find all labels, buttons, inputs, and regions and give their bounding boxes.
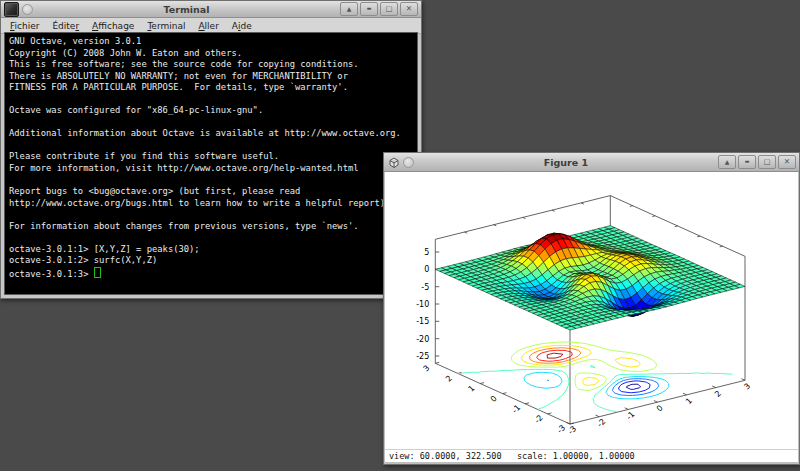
terminal-icon xyxy=(4,2,19,17)
figure-plot-canvas[interactable]: 50-5-10-15-20-253210-1-2-3-3-2-10123 xyxy=(385,172,798,450)
terminal-cursor xyxy=(94,267,101,278)
terminal-window-title: Terminal xyxy=(36,4,337,15)
svg-text:5: 5 xyxy=(424,248,429,257)
terminal-text-line: Octave was configured for "x86_64-pc-lin… xyxy=(9,105,417,117)
svg-text:0: 0 xyxy=(655,403,665,413)
svg-text:-1: -1 xyxy=(625,410,637,422)
terminal-text-line: This is free software; see the source co… xyxy=(9,59,417,71)
maximize-button[interactable]: ▢ xyxy=(380,2,398,16)
close-button[interactable]: ✕ xyxy=(778,155,796,169)
figure-window: Figure 1 ▲▬▢✕ 50-5-10-15-20-253210-1-2-3… xyxy=(383,152,800,465)
menu-aller[interactable]: Aller xyxy=(198,21,218,31)
svg-text:-10: -10 xyxy=(416,300,429,309)
window-menu-button[interactable] xyxy=(22,4,33,15)
maximize-button[interactable]: ▢ xyxy=(758,155,776,169)
menu-editer[interactable]: Éditer xyxy=(52,21,79,31)
terminal-text-line xyxy=(9,140,417,152)
minimize-button[interactable]: ▬ xyxy=(738,155,756,169)
terminal-text-line: GNU Octave, version 3.0.1 xyxy=(9,36,417,48)
svg-text:0: 0 xyxy=(424,265,429,274)
svg-text:2: 2 xyxy=(444,374,454,384)
menu-terminal[interactable]: Terminal xyxy=(147,21,185,31)
terminal-prompt-line: octave-3.0.1:1> [X,Y,Z] = peaks(30); xyxy=(9,244,417,256)
svg-text:-5: -5 xyxy=(421,283,429,292)
window-menu-button[interactable] xyxy=(403,157,414,168)
terminal-prompt-line: octave-3.0.1:3> xyxy=(9,267,417,279)
surface-mesh xyxy=(435,226,745,330)
terminal-text-line xyxy=(9,117,417,129)
terminal-text-line: Please contribute if you find this softw… xyxy=(9,151,417,163)
svg-text:-3: -3 xyxy=(555,423,567,435)
terminal-text-line: Report bugs to <bug@octave.org> (but fir… xyxy=(9,186,417,198)
svg-text:2: 2 xyxy=(713,389,723,399)
terminal-text-line: For more information, visit http://www.o… xyxy=(9,163,417,175)
figure-cube-icon xyxy=(387,156,400,169)
surfc-plot: 50-5-10-15-20-253210-1-2-3-3-2-10123 xyxy=(385,172,798,449)
terminal-text-line: For information about changes from previ… xyxy=(9,221,417,233)
terminal-titlebar[interactable]: Terminal ▲▬▢✕ xyxy=(1,1,421,18)
svg-text:-25: -25 xyxy=(416,352,429,361)
svg-text:0: 0 xyxy=(489,394,499,404)
svg-text:-2: -2 xyxy=(595,417,607,429)
terminal-text-line: http://www.octave.org/bugs.html to learn… xyxy=(9,198,417,210)
figure-statusbar: view: 60.0000, 322.500 scale: 1.00000, 1… xyxy=(385,450,798,462)
terminal-text-line xyxy=(9,175,417,187)
svg-text:1: 1 xyxy=(684,396,694,406)
terminal-text-line: Copyright (C) 2008 John W. Eaton and oth… xyxy=(9,48,417,60)
terminal-text-line: There is ABSOLUTELY NO WARRANTY; not eve… xyxy=(9,71,417,83)
svg-text:3: 3 xyxy=(422,364,432,374)
svg-text:-3: -3 xyxy=(566,424,578,436)
terminal-text-line xyxy=(9,209,417,221)
close-button[interactable]: ✕ xyxy=(400,2,418,16)
svg-text:-15: -15 xyxy=(416,317,429,326)
svg-text:-20: -20 xyxy=(416,335,429,344)
menu-fichier[interactable]: Fichier xyxy=(10,21,39,31)
terminal-prompt-line: octave-3.0.1:2> surfc(X,Y,Z) xyxy=(9,255,417,267)
terminal-text-line xyxy=(9,94,417,106)
desktop: { "colors": { "desktop_bg": "#4a4a4a", "… xyxy=(0,0,800,471)
figure-window-buttons: ▲▬▢✕ xyxy=(718,155,796,169)
terminal-window-buttons: ▲▬▢✕ xyxy=(340,2,418,16)
shade-button[interactable]: ▲ xyxy=(340,2,358,16)
terminal-text-line xyxy=(9,232,417,244)
terminal-output[interactable]: GNU Octave, version 3.0.1Copyright (C) 2… xyxy=(4,32,418,295)
menu-aide[interactable]: Aide xyxy=(232,21,252,31)
terminal-text-line: Additional information about Octave is a… xyxy=(9,128,417,140)
figure-titlebar[interactable]: Figure 1 ▲▬▢✕ xyxy=(384,153,799,172)
svg-text:-1: -1 xyxy=(510,403,522,415)
svg-text:1: 1 xyxy=(466,384,476,394)
shade-button[interactable]: ▲ xyxy=(718,155,736,169)
svg-text:-2: -2 xyxy=(533,413,545,425)
terminal-text-line: FITNESS FOR A PARTICULAR PURPOSE. For de… xyxy=(9,82,417,94)
figure-window-title: Figure 1 xyxy=(417,157,715,168)
menu-affichage[interactable]: Affichage xyxy=(92,21,134,31)
minimize-button[interactable]: ▬ xyxy=(360,2,378,16)
svg-text:3: 3 xyxy=(742,382,752,392)
terminal-window: Terminal ▲▬▢✕ FichierÉditerAffichageTerm… xyxy=(0,0,422,299)
